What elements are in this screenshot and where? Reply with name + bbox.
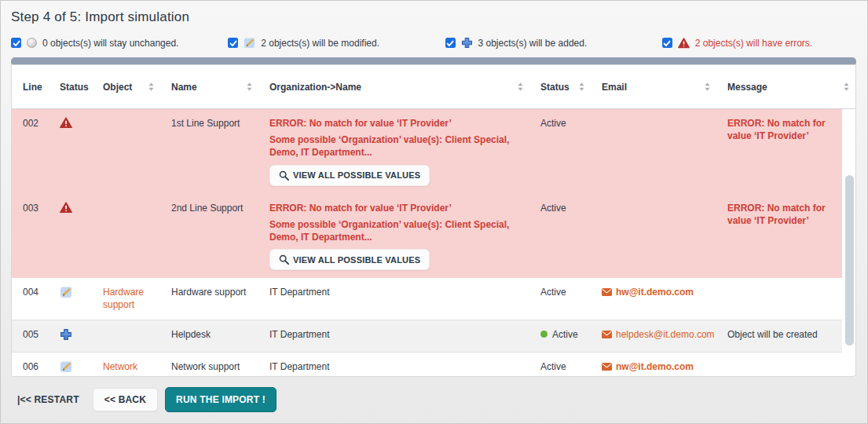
table-row-002: 002 1st Line Support ERROR: No match for… [12, 109, 842, 194]
cell-message: ERROR: No match for value ‘IT Provider’ [716, 109, 842, 150]
cell-email: nw@it.demo.com [591, 353, 716, 377]
object-link[interactable]: Hardware support [103, 287, 144, 310]
cell-object [92, 109, 160, 125]
back-button[interactable]: << BACK [93, 388, 158, 411]
cell-email [591, 194, 716, 210]
cell-message: ERROR: No match for value ‘IT Provider’ [716, 194, 842, 235]
envelope-icon [602, 288, 612, 296]
org-error-text: ERROR: No match for value ‘IT Provider’ [269, 117, 523, 130]
cell-object [92, 320, 160, 336]
error-status-icon [49, 109, 92, 140]
table-body: 002 1st Line Support ERROR: No match for… [12, 109, 842, 377]
cell-organization: ERROR: No match for value ‘IT Provider’ … [258, 194, 529, 279]
errors-checkbox[interactable] [662, 38, 672, 48]
cell-object: Network support [92, 353, 160, 377]
summary-unchanged: 0 objects(s) will stay unchanged. [0, 37, 217, 49]
vertical-scrollbar-thumb[interactable] [845, 175, 854, 345]
warning-icon [678, 38, 690, 49]
unchanged-label: 0 objects(s) will stay unchanged. [42, 38, 178, 49]
cell-organization: IT Department [258, 353, 529, 377]
table-row-005: 005 Helpdesk IT Department Active helpde… [12, 320, 842, 353]
errors-label: 2 objects(s) will have errors. [695, 38, 812, 49]
restart-button[interactable]: |<< RESTART [11, 389, 86, 411]
cell-message [716, 278, 842, 294]
sort-icon [579, 82, 584, 91]
plus-icon [461, 37, 473, 49]
cell-name: Helpdesk [160, 320, 258, 349]
active-status-dot [540, 331, 548, 338]
cell-email: helpdesk@it.demo.com [591, 320, 716, 349]
header-name[interactable]: Name [160, 65, 258, 108]
header-status-icon[interactable]: Status [49, 65, 92, 108]
pencil-icon [244, 37, 255, 49]
error-status-icon [49, 194, 92, 225]
cell-line: 006 [12, 353, 49, 377]
table-row-006: 006 Network support Network support IT D… [12, 353, 842, 377]
cell-email: hw@it.demo.com [591, 278, 716, 307]
org-error-text: ERROR: No match for value ‘IT Provider’ [269, 202, 523, 214]
cell-status: Active [529, 320, 591, 349]
summary-modified: 2 objects(s) will be modified. [217, 37, 434, 49]
magnifier-icon [279, 170, 289, 181]
envelope-icon [602, 331, 612, 338]
table-header-row: Line Status Object Name Organization->Na… [12, 65, 855, 109]
email-link[interactable]: hw@it.demo.com [602, 286, 694, 298]
cell-line: 002 [12, 109, 49, 137]
email-link[interactable]: helpdesk@it.demo.com [602, 328, 715, 341]
header-organization-name[interactable]: Organization->Name [258, 65, 529, 108]
cell-name: 2nd Line Support [160, 194, 258, 222]
sort-icon [705, 82, 710, 91]
cell-line: 003 [12, 194, 49, 222]
cell-organization: ERROR: No match for value ‘IT Provider’ … [258, 109, 529, 194]
header-line[interactable]: Line [12, 65, 49, 108]
summary-errors: 2 objects(s) will have errors. [651, 37, 868, 49]
cell-organization: IT Department [258, 320, 529, 349]
cell-name: Network support [160, 353, 258, 377]
page-title: Step 4 of 5: Import simulation [11, 9, 189, 25]
cell-message [716, 353, 842, 368]
table-row-003: 003 2nd Line Support ERROR: No match for… [12, 194, 842, 279]
magnifier-icon [279, 254, 289, 265]
cell-status: Active [529, 353, 591, 377]
cell-status: Active [529, 109, 591, 137]
sort-icon [148, 82, 154, 91]
summary-added: 3 objects(s) will be added. [434, 37, 651, 49]
added-checkbox[interactable] [445, 38, 456, 48]
modified-pencil-icon [49, 353, 92, 377]
cell-line: 004 [12, 278, 49, 306]
run-import-button[interactable]: RUN THE IMPORT ! [165, 387, 277, 412]
added-label: 3 objects(s) will be added. [478, 38, 588, 49]
cell-name: 1st Line Support [160, 109, 258, 137]
table-row-004: 004 Hardware support Hardware support IT… [12, 278, 842, 319]
cell-line: 005 [12, 320, 49, 349]
cell-email [591, 109, 716, 125]
cell-object: Hardware support [92, 278, 160, 319]
modified-checkbox[interactable] [228, 38, 238, 48]
header-object[interactable]: Object [92, 65, 160, 108]
object-link[interactable]: Network support [103, 361, 137, 377]
cell-object [92, 194, 160, 210]
cell-organization: IT Department [258, 278, 529, 306]
sort-icon [518, 82, 523, 91]
org-hint-text: Some possible ‘Organization’ value(s): C… [269, 218, 523, 243]
header-email[interactable]: Email [591, 65, 716, 108]
header-message[interactable]: Message [716, 65, 855, 108]
import-summary-bar: 0 objects(s) will stay unchanged. 2 obje… [0, 37, 868, 49]
modified-label: 2 objects(s) will be modified. [261, 38, 379, 49]
header-status[interactable]: Status [529, 65, 591, 108]
email-link[interactable]: nw@it.demo.com [602, 360, 694, 373]
modified-pencil-icon [49, 278, 92, 309]
cell-status: Active [529, 278, 591, 306]
org-hint-text: Some possible ‘Organization’ value(s): C… [269, 133, 523, 159]
horizontal-scrollbar-thumb[interactable] [11, 57, 856, 64]
view-all-possible-values-button[interactable]: VIEW ALL POSSIBLE VALUES [269, 249, 430, 270]
unchanged-checkbox[interactable] [11, 38, 21, 48]
sort-icon [844, 82, 849, 91]
unchanged-circle-icon [27, 38, 37, 48]
cell-status: Active [529, 194, 591, 222]
simulation-results-table: Line Status Object Name Organization->Na… [11, 64, 856, 377]
view-all-possible-values-button[interactable]: VIEW ALL POSSIBLE VALUES [269, 165, 430, 186]
cell-message: Object will be created [716, 320, 842, 349]
envelope-icon [602, 363, 612, 371]
cell-name: Hardware support [160, 278, 258, 306]
